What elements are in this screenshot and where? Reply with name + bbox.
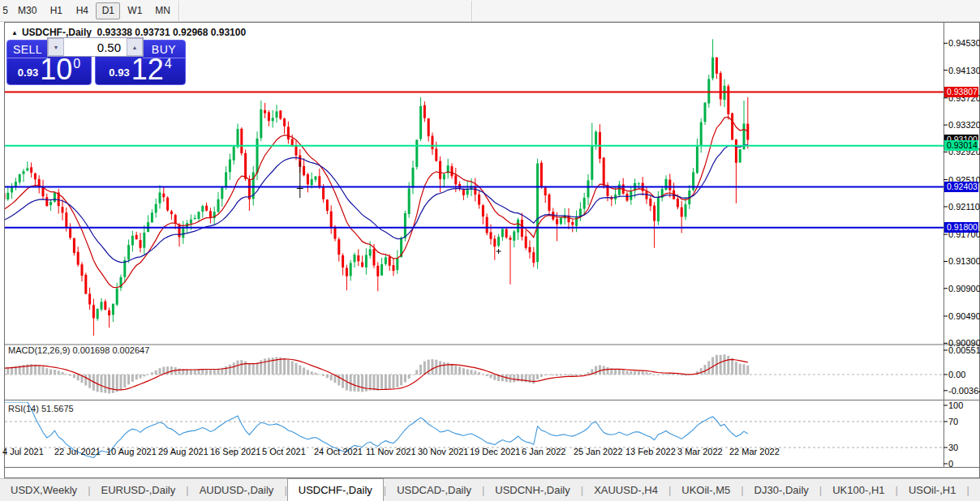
chart-tab-audusd-daily[interactable]: AUDUSD-,Daily [189,479,285,501]
chart-tab-usoil-h1[interactable]: USOil-,H1 [898,479,967,501]
timeframe-button-w1[interactable]: W1 [122,2,148,19]
timeframe-button-h4[interactable]: H4 [70,2,94,19]
timeframe-button-mn[interactable]: MN [149,2,176,19]
chart-tab-usdx-weekly[interactable]: USDX,Weekly [0,479,88,501]
buy-price-prefix: 0.93 [109,66,129,79]
sell-price-prefix: 0.93 [18,66,38,79]
timeframe-toolbar: 5M30H1H4D1W1MN [0,0,980,22]
buy-price-sup: 4 [165,58,172,70]
buy-price: 0.93 12 4 [96,57,185,83]
chart-tab-bar: USDX,Weekly|EURUSD-,Daily|AUDUSD-,Daily|… [0,478,980,501]
timeframe-button-m30[interactable]: M30 [12,2,42,19]
toolbar-separator [178,1,179,21]
sell-price-sup: 0 [73,58,80,70]
chart-tab-uk100-h1[interactable]: UK100-,H1 [822,479,895,501]
chart-tab-usdcad-daily[interactable]: USDCAD-,Daily [386,479,482,501]
sell-price: 0.93 10 0 [7,57,91,83]
timeframe-button-d1[interactable]: D1 [96,2,120,19]
macd-pane [3,354,944,393]
lot-increase-button[interactable]: ▲ [127,38,143,56]
sell-price-big: 10 [40,57,72,83]
chart-tab-usdchf-daily[interactable]: USDCHF-,Daily [287,478,384,501]
moving-averages [4,118,748,288]
toolbar-separator [471,1,472,21]
chart-canvas[interactable] [0,22,980,478]
horizontal-lines [5,92,943,228]
chart-tab-ukoil-m5[interactable]: UKOil-,M5 [671,479,741,501]
chart-window[interactable]: ▲USDCHF-,Daily 0.93338 0.93731 0.92968 0… [0,22,980,478]
chart-tab-eurusd-daily[interactable]: EURUSD-,Daily [91,479,187,501]
lot-size-input[interactable]: 0.50 [64,38,127,56]
buy-price-big: 12 [131,57,164,83]
timeframe-button-5[interactable]: 5 [0,2,11,19]
timeframe-button-h1[interactable]: H1 [44,2,68,19]
chart-tab-dj30-daily[interactable]: DJ30-,Daily [744,479,819,501]
lot-size-box: ▼ 0.50 ▲ [47,37,144,57]
rsi-pane [4,402,943,458]
chart-tab-hk50-h1[interactable]: HK50-,H1 [969,479,980,501]
one-click-trading-panel: SELL 0.93 10 0 BUY 0.93 12 4 ▼ 0.50 ▲ [6,37,186,85]
chart-tab-xauusd-h4[interactable]: XAUUSD-,H4 [583,479,668,501]
lot-decrease-button[interactable]: ▼ [48,38,64,56]
chart-tab-usdcnh-daily[interactable]: USDCNH-,Daily [484,479,580,501]
